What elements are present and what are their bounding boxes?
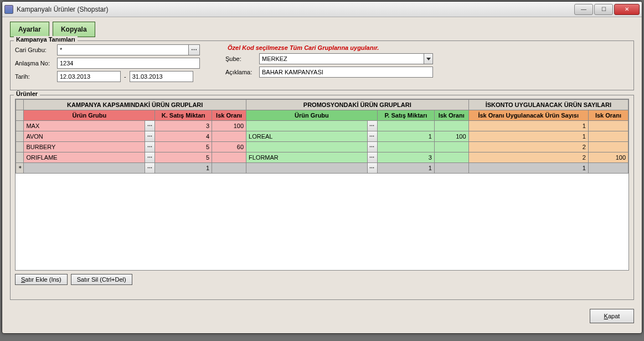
row-selector[interactable]: [16, 152, 24, 163]
table-cell[interactable]: [434, 142, 468, 152]
table-cell[interactable]: 1: [468, 131, 588, 142]
anlasma-no-label: Anlaşma No:: [15, 60, 54, 67]
tarih-separator: -: [124, 73, 126, 80]
table-cell[interactable]: [588, 131, 628, 142]
cell-lookup-button[interactable]: ⋯: [367, 121, 377, 131]
table-cell[interactable]: [588, 142, 628, 152]
table-cell[interactable]: ⋯: [246, 121, 378, 131]
header-discount-counts: İSKONTO UYGULANACAK ÜRÜN SAYILARI: [468, 100, 628, 110]
aciklama-label: Açıklama:: [225, 69, 256, 75]
col-isk-orani-a[interactable]: Isk Oranı: [212, 110, 246, 121]
cari-grubu-note: Özel Kod seçilmezse Tüm Cari Gruplarına …: [228, 44, 379, 51]
col-isk-urun-sayisi[interactable]: İsk Oranı Uygulanacak Ürün Sayısı: [468, 110, 588, 121]
table-cell[interactable]: BURBERY⋯: [24, 142, 155, 152]
row-selector[interactable]: [16, 142, 24, 152]
table-cell[interactable]: [588, 121, 628, 131]
delete-row-button[interactable]: Satır Sil (Ctrl+Del): [71, 274, 132, 285]
table-cell[interactable]: ⋯: [246, 142, 378, 152]
tarih-label: Tarih:: [15, 73, 54, 80]
row-selector[interactable]: [16, 131, 24, 142]
col-k-satis-miktari[interactable]: K. Satış Miktarı: [155, 110, 212, 121]
table-cell[interactable]: 100: [588, 152, 628, 163]
table-cell[interactable]: 100: [212, 121, 246, 131]
table-cell[interactable]: 1: [468, 163, 588, 174]
table-cell[interactable]: ORIFLAME⋯: [24, 152, 155, 163]
table-cell[interactable]: 4: [155, 131, 212, 142]
cell-lookup-button[interactable]: ⋯: [367, 163, 377, 173]
cari-grubu-input[interactable]: *: [57, 44, 189, 55]
minimize-button[interactable]: —: [574, 4, 593, 15]
maximize-button[interactable]: ☐: [594, 4, 613, 15]
table-empty-row[interactable]: *⋯1⋯11: [16, 163, 628, 174]
cell-lookup-button[interactable]: ⋯: [145, 152, 154, 162]
table-cell[interactable]: [212, 163, 246, 174]
cell-lookup-button[interactable]: ⋯: [367, 152, 377, 162]
table-cell[interactable]: [377, 142, 434, 152]
table-cell[interactable]: AVON⋯: [24, 131, 155, 142]
table-cell[interactable]: 2: [468, 142, 588, 152]
row-selector[interactable]: *: [16, 163, 24, 174]
settings-button[interactable]: Ayarlar: [10, 22, 49, 37]
table-cell[interactable]: 5: [155, 152, 212, 163]
add-row-button[interactable]: Satır Ekle (Ins): [15, 274, 68, 285]
cari-grubu-lookup-button[interactable]: ⋯: [189, 44, 200, 55]
table-cell[interactable]: [588, 163, 628, 174]
table-cell[interactable]: LOREAL⋯: [246, 131, 378, 142]
table-cell[interactable]: ⋯: [246, 163, 378, 174]
table-cell[interactable]: 1: [377, 131, 434, 142]
close-button[interactable]: Kapat: [590, 309, 634, 323]
table-cell[interactable]: ⋯: [24, 163, 155, 174]
table-cell[interactable]: 1: [468, 121, 588, 131]
col-isk-orani-c[interactable]: Isk Oranı: [588, 110, 628, 121]
window: Kampanyalı Ürünler (Shopstar) — ☐ ✕ Ayar…: [2, 1, 642, 334]
table-cell[interactable]: [212, 152, 246, 163]
col-isk-orani-b[interactable]: Isk Oranı: [434, 110, 468, 121]
table-cell[interactable]: [434, 152, 468, 163]
table-cell[interactable]: 1: [377, 163, 434, 174]
table-row[interactable]: AVON⋯4LOREAL⋯11001: [16, 131, 628, 142]
table-cell[interactable]: 1: [155, 163, 212, 174]
products-group: Ürünler KAMPANYA KAPSAMINDAKİ ÜR: [10, 95, 634, 300]
campaign-definitions-group: Kampanya Tanımları Cari Grubu: * ⋯ Anlaş…: [10, 40, 634, 90]
titlebar[interactable]: Kampanyalı Ürünler (Shopstar) — ☐ ✕: [2, 2, 642, 17]
cell-lookup-button[interactable]: ⋯: [367, 142, 377, 152]
aciklama-input[interactable]: BAHAR KAMPANYASI: [259, 67, 433, 78]
table-cell[interactable]: 2: [468, 152, 588, 163]
table-row[interactable]: ORIFLAME⋯5FLORMAR⋯32100: [16, 152, 628, 163]
sube-dropdown-button[interactable]: [424, 53, 433, 64]
table-row[interactable]: BURBERY⋯560⋯2: [16, 142, 628, 152]
cell-lookup-button[interactable]: ⋯: [145, 131, 154, 141]
col-p-satis-miktari[interactable]: P. Satış Miktarı: [377, 110, 434, 121]
products-grid[interactable]: KAMPANYA KAPSAMINDAKİ ÜRÜN GRUPLARI PROM…: [15, 99, 629, 271]
row-selector-header: [16, 100, 24, 110]
table-cell[interactable]: [434, 121, 468, 131]
table-cell[interactable]: [377, 121, 434, 131]
table-cell[interactable]: [434, 163, 468, 174]
tarih-to-input[interactable]: 31.03.2013: [130, 71, 193, 82]
col-urun-grubu-a[interactable]: Ürün Grubu: [24, 110, 155, 121]
close-window-button[interactable]: ✕: [614, 4, 640, 15]
row-selector[interactable]: [16, 121, 24, 131]
copy-button[interactable]: Kopyala: [53, 22, 95, 37]
table-cell[interactable]: 100: [434, 131, 468, 142]
app-icon: [4, 5, 13, 14]
products-legend: Ürünler: [14, 90, 40, 97]
col-urun-grubu-b[interactable]: Ürün Grubu: [246, 110, 378, 121]
table-cell[interactable]: FLORMAR⋯: [246, 152, 378, 163]
table-cell[interactable]: [212, 131, 246, 142]
table-cell[interactable]: 60: [212, 142, 246, 152]
table-row[interactable]: MAX⋯3100⋯1: [16, 121, 628, 131]
table-cell[interactable]: 5: [155, 142, 212, 152]
cell-lookup-button[interactable]: ⋯: [145, 121, 154, 131]
tarih-from-input[interactable]: 12.03.2013: [57, 71, 121, 82]
sube-select[interactable]: MERKEZ: [259, 53, 424, 64]
table-cell[interactable]: 3: [155, 121, 212, 131]
table-cell[interactable]: 3: [377, 152, 434, 163]
cell-lookup-button[interactable]: ⋯: [145, 142, 154, 152]
campaign-definitions-legend: Kampanya Tanımları: [14, 36, 78, 43]
cell-lookup-button[interactable]: ⋯: [145, 163, 154, 173]
table-cell[interactable]: MAX⋯: [24, 121, 155, 131]
anlasma-no-input[interactable]: 1234: [57, 58, 200, 69]
cell-lookup-button[interactable]: ⋯: [367, 131, 377, 141]
header-campaign-groups: KAMPANYA KAPSAMINDAKİ ÜRÜN GRUPLARI: [24, 100, 246, 110]
